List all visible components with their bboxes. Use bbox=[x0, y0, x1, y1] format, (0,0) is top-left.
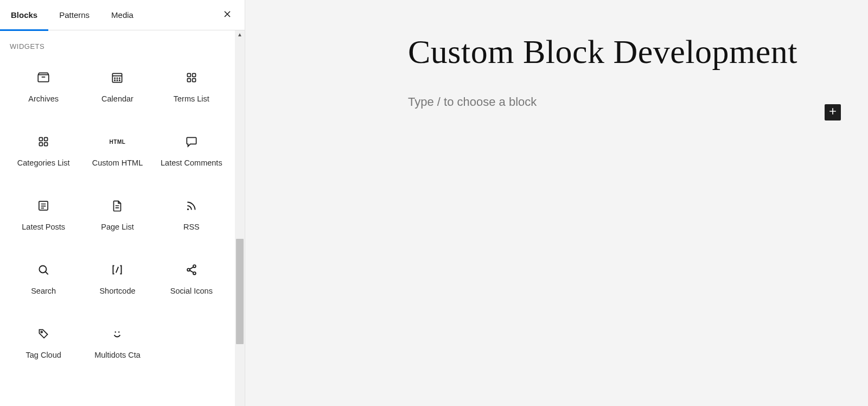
block-label: Custom HTML bbox=[92, 158, 143, 169]
plus-icon bbox=[827, 106, 838, 119]
calendar-icon bbox=[110, 70, 125, 85]
svg-point-17 bbox=[187, 208, 189, 210]
tab-blocks[interactable]: Blocks bbox=[0, 0, 48, 30]
block-page-list[interactable]: Page List bbox=[80, 188, 154, 247]
block-label: Archives bbox=[28, 94, 59, 105]
block-label: Shortcode bbox=[99, 286, 135, 297]
tab-media[interactable]: Media bbox=[100, 0, 144, 30]
block-multidots-cta[interactable]: Multidots Cta bbox=[80, 316, 154, 375]
grid-icon bbox=[184, 70, 199, 85]
svg-point-20 bbox=[187, 269, 190, 271]
block-custom-html[interactable]: HTML Custom HTML bbox=[80, 124, 154, 183]
block-label: Terms List bbox=[174, 94, 209, 105]
smile-icon bbox=[110, 326, 125, 341]
inserter-tabs: Blocks Patterns Media bbox=[0, 0, 245, 30]
svg-rect-9 bbox=[192, 73, 195, 77]
editor-canvas: Custom Block Development Type / to choos… bbox=[245, 0, 868, 406]
block-label: Categories List bbox=[17, 158, 70, 169]
block-archives[interactable]: Archives bbox=[7, 60, 80, 119]
svg-rect-8 bbox=[187, 73, 190, 77]
block-grid: Archives Calendar bbox=[4, 60, 231, 375]
svg-point-22 bbox=[41, 331, 42, 333]
rss-icon bbox=[184, 198, 199, 213]
block-latest-posts[interactable]: Latest Posts bbox=[7, 188, 80, 247]
tag-icon bbox=[36, 326, 51, 341]
svg-rect-12 bbox=[40, 137, 43, 141]
svg-rect-0 bbox=[38, 75, 49, 82]
svg-point-18 bbox=[40, 265, 47, 272]
tab-patterns[interactable]: Patterns bbox=[48, 0, 100, 30]
html-icon: HTML bbox=[110, 134, 125, 149]
page-icon bbox=[110, 198, 125, 213]
svg-point-24 bbox=[119, 332, 120, 333]
share-icon bbox=[184, 262, 199, 277]
block-terms-list[interactable]: Terms List bbox=[155, 60, 228, 119]
block-social-icons[interactable]: Social Icons bbox=[155, 252, 228, 311]
block-label: RSS bbox=[183, 222, 200, 233]
svg-rect-15 bbox=[44, 143, 48, 146]
block-inserter-panel: Blocks Patterns Media Widgets bbox=[0, 0, 245, 406]
archives-icon bbox=[36, 70, 51, 85]
post-title[interactable]: Custom Block Development bbox=[408, 33, 868, 71]
block-latest-comments[interactable]: Latest Comments bbox=[155, 124, 228, 183]
list-box-icon bbox=[36, 198, 51, 213]
block-calendar[interactable]: Calendar bbox=[80, 60, 154, 119]
block-label: Calendar bbox=[101, 94, 133, 105]
block-label: Latest Posts bbox=[22, 222, 65, 233]
grid-icon bbox=[36, 134, 51, 149]
svg-rect-13 bbox=[44, 137, 48, 141]
block-label: Page List bbox=[101, 222, 133, 233]
block-label: Multidots Cta bbox=[94, 350, 141, 361]
svg-point-21 bbox=[193, 272, 196, 275]
block-label: Search bbox=[31, 286, 56, 297]
search-icon bbox=[36, 262, 51, 277]
svg-rect-14 bbox=[40, 143, 43, 146]
svg-point-23 bbox=[115, 332, 116, 333]
add-block-button[interactable] bbox=[825, 104, 841, 120]
block-tag-cloud[interactable]: Tag Cloud bbox=[7, 316, 80, 375]
block-placeholder[interactable]: Type / to choose a block bbox=[408, 95, 537, 109]
shortcode-icon bbox=[110, 262, 125, 277]
block-rss[interactable]: RSS bbox=[155, 188, 228, 247]
block-label: Latest Comments bbox=[161, 158, 222, 169]
svg-point-3 bbox=[117, 78, 118, 78]
svg-rect-11 bbox=[192, 79, 195, 82]
close-button[interactable] bbox=[219, 7, 236, 24]
svg-rect-10 bbox=[187, 79, 190, 82]
block-categories-list[interactable]: Categories List bbox=[7, 124, 80, 183]
svg-point-5 bbox=[115, 80, 116, 80]
comment-icon bbox=[184, 134, 199, 149]
svg-point-6 bbox=[117, 80, 118, 80]
scroll-up-icon[interactable]: ▲ bbox=[235, 31, 245, 37]
block-label: Social Icons bbox=[170, 286, 213, 297]
block-label: Tag Cloud bbox=[26, 350, 61, 361]
svg-point-19 bbox=[193, 265, 196, 268]
section-label-widgets: Widgets bbox=[10, 42, 225, 50]
block-search[interactable]: Search bbox=[7, 252, 80, 311]
scrollbar[interactable]: ▲ bbox=[235, 30, 245, 406]
svg-point-2 bbox=[115, 78, 116, 78]
svg-point-4 bbox=[119, 78, 120, 78]
block-shortcode[interactable]: Shortcode bbox=[80, 252, 154, 311]
svg-point-7 bbox=[119, 80, 120, 80]
scroll-thumb[interactable] bbox=[236, 239, 244, 344]
close-icon bbox=[222, 9, 233, 22]
